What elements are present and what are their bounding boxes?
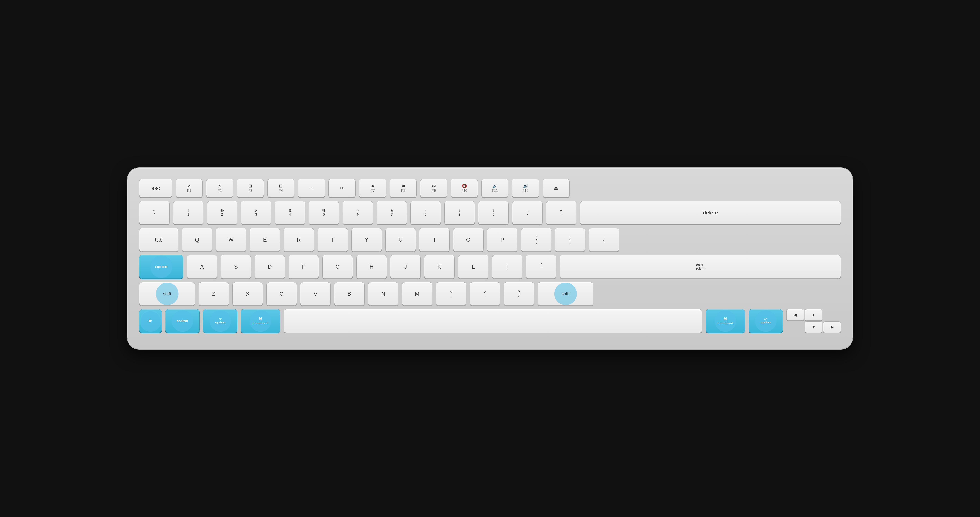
key-h[interactable]: H — [356, 255, 387, 278]
key-0[interactable]: ) 0 — [478, 201, 509, 224]
key-k[interactable]: K — [424, 255, 455, 278]
key-9[interactable]: ( 9 — [444, 201, 475, 224]
key-return-label: enterreturn — [696, 263, 705, 270]
key-v[interactable]: V — [300, 282, 331, 305]
key-rbracket[interactable]: } ] — [555, 228, 585, 251]
key-f5[interactable]: F5 — [298, 179, 325, 197]
key-minus[interactable]: — - — [512, 201, 542, 224]
key-f1-label: F1 — [187, 189, 191, 193]
key-f11-label: F11 — [492, 189, 498, 193]
key-m[interactable]: M — [402, 282, 433, 305]
key-caps-lock[interactable]: caps lock — [139, 255, 183, 278]
key-f2[interactable]: ☀ F2 — [206, 179, 233, 197]
key-comma[interactable]: < , — [436, 282, 466, 305]
arrow-cluster: ◀ ▲ ▼ ▶ — [786, 309, 841, 333]
key-arrow-left[interactable]: ◀ — [786, 309, 804, 321]
key-fn[interactable]: fn — [139, 309, 162, 333]
key-n[interactable]: N — [368, 282, 398, 305]
key-f7-label: F7 — [371, 189, 375, 193]
key-6[interactable]: ^ 6 — [343, 201, 373, 224]
key-f3-icon: ⊞ — [248, 183, 252, 189]
key-esc[interactable]: esc — [139, 179, 172, 197]
key-g[interactable]: G — [323, 255, 353, 278]
key-5[interactable]: % 5 — [309, 201, 339, 224]
key-semicolon[interactable]: : ; — [492, 255, 522, 278]
key-b[interactable]: B — [334, 282, 364, 305]
key-period[interactable]: > . — [470, 282, 500, 305]
key-q[interactable]: Q — [182, 228, 212, 251]
key-f7-icon: ⏮ — [371, 183, 375, 189]
key-control-label: control — [177, 319, 188, 323]
key-8[interactable]: * 8 — [410, 201, 441, 224]
key-tilde[interactable]: ~ ` — [139, 201, 170, 224]
bottom-row: fn control alt option ⌘ command ⌘ comman… — [139, 309, 841, 333]
key-fn-label: fn — [149, 319, 152, 323]
key-option-right[interactable]: alt option — [749, 309, 783, 333]
key-option-right-alt: alt — [764, 317, 767, 321]
key-f11[interactable]: 🔉 F11 — [481, 179, 508, 197]
key-lbracket[interactable]: { [ — [521, 228, 551, 251]
key-spacebar[interactable] — [283, 309, 702, 333]
key-f3[interactable]: ⊞ F3 — [237, 179, 264, 197]
key-i[interactable]: I — [419, 228, 450, 251]
key-7[interactable]: & 7 — [377, 201, 407, 224]
key-arrow-down[interactable]: ▼ — [805, 321, 822, 333]
key-x[interactable]: X — [232, 282, 263, 305]
key-d[interactable]: D — [255, 255, 285, 278]
key-f2-icon: ☀ — [218, 183, 222, 189]
key-f8[interactable]: ⏯ F8 — [390, 179, 417, 197]
key-control[interactable]: control — [165, 309, 199, 333]
key-slash[interactable]: ? / — [504, 282, 534, 305]
key-c[interactable]: C — [266, 282, 297, 305]
key-z[interactable]: Z — [199, 282, 229, 305]
key-o[interactable]: O — [453, 228, 484, 251]
key-f12[interactable]: 🔊 F12 — [512, 179, 539, 197]
key-4[interactable]: $ 4 — [275, 201, 305, 224]
key-f9[interactable]: ⏭ F9 — [420, 179, 447, 197]
key-f8-icon: ⏯ — [401, 183, 405, 189]
key-1[interactable]: ! 1 — [173, 201, 204, 224]
key-u[interactable]: U — [385, 228, 416, 251]
key-command-left[interactable]: ⌘ command — [241, 309, 280, 333]
key-quote[interactable]: " ' — [526, 255, 556, 278]
key-shift-left[interactable]: shift — [139, 282, 195, 305]
key-j[interactable]: J — [390, 255, 421, 278]
key-f8-label: F8 — [401, 189, 405, 193]
key-arrow-right[interactable]: ▶ — [823, 321, 841, 333]
key-f1[interactable]: ☀ F1 — [176, 179, 203, 197]
key-arrow-up[interactable]: ▲ — [805, 309, 822, 321]
key-y[interactable]: Y — [352, 228, 382, 251]
key-a[interactable]: A — [187, 255, 217, 278]
key-t[interactable]: T — [318, 228, 348, 251]
key-command-left-label: command — [253, 321, 268, 325]
key-l[interactable]: L — [458, 255, 488, 278]
key-r[interactable]: R — [283, 228, 314, 251]
key-w[interactable]: W — [216, 228, 246, 251]
key-s[interactable]: S — [221, 255, 251, 278]
key-f7[interactable]: ⏮ F7 — [359, 179, 386, 197]
key-eject[interactable]: ⏏ — [542, 179, 570, 197]
key-command-right-label: command — [718, 321, 733, 325]
key-plus[interactable]: + = — [546, 201, 576, 224]
key-p[interactable]: P — [487, 228, 517, 251]
key-shift-right[interactable]: shift — [538, 282, 593, 305]
key-backslash[interactable]: | \ — [589, 228, 619, 251]
key-3[interactable]: # 3 — [241, 201, 271, 224]
key-shift-right-label: shift — [562, 291, 570, 296]
keyboard: esc ☀ F1 ☀ F2 ⊞ F3 ⊞ F4 F5 F6 ⏮ F7 ⏯ — [127, 168, 853, 349]
key-f10[interactable]: 🔇 F10 — [451, 179, 478, 197]
key-command-right[interactable]: ⌘ command — [706, 309, 745, 333]
key-f10-icon: 🔇 — [462, 183, 467, 189]
key-2[interactable]: @ 2 — [207, 201, 237, 224]
key-delete[interactable]: delete — [580, 201, 841, 224]
key-f6[interactable]: F6 — [328, 179, 356, 197]
key-f12-icon: 🔊 — [523, 183, 528, 189]
key-e[interactable]: E — [250, 228, 280, 251]
caps-row: caps lock A S D F G H J K L : ; " ' ente… — [139, 255, 841, 278]
key-option-left[interactable]: alt option — [203, 309, 237, 333]
key-option-right-label: option — [760, 321, 771, 325]
key-f[interactable]: F — [288, 255, 319, 278]
key-f4[interactable]: ⊞ F4 — [267, 179, 294, 197]
key-return[interactable]: enterreturn — [560, 255, 841, 278]
key-tab[interactable]: tab — [139, 228, 178, 251]
